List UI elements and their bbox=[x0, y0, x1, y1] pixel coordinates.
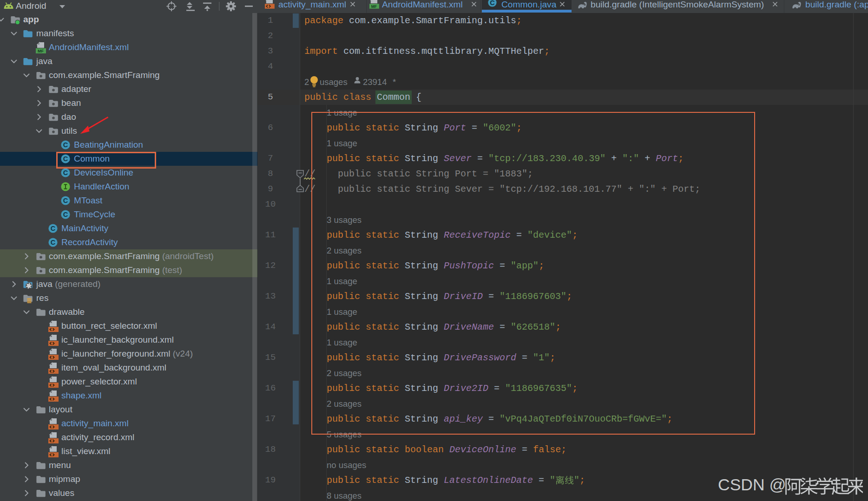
svg-text:C: C bbox=[63, 141, 68, 149]
svg-text:MF: MF bbox=[371, 4, 377, 9]
svg-text:C: C bbox=[63, 169, 68, 176]
svg-text:C: C bbox=[63, 197, 68, 204]
svg-text:C: C bbox=[51, 239, 56, 246]
svg-text:C: C bbox=[490, 0, 495, 7]
svg-text:C: C bbox=[51, 225, 56, 232]
svg-text:C: C bbox=[63, 211, 68, 218]
svg-text:MF: MF bbox=[38, 49, 44, 53]
